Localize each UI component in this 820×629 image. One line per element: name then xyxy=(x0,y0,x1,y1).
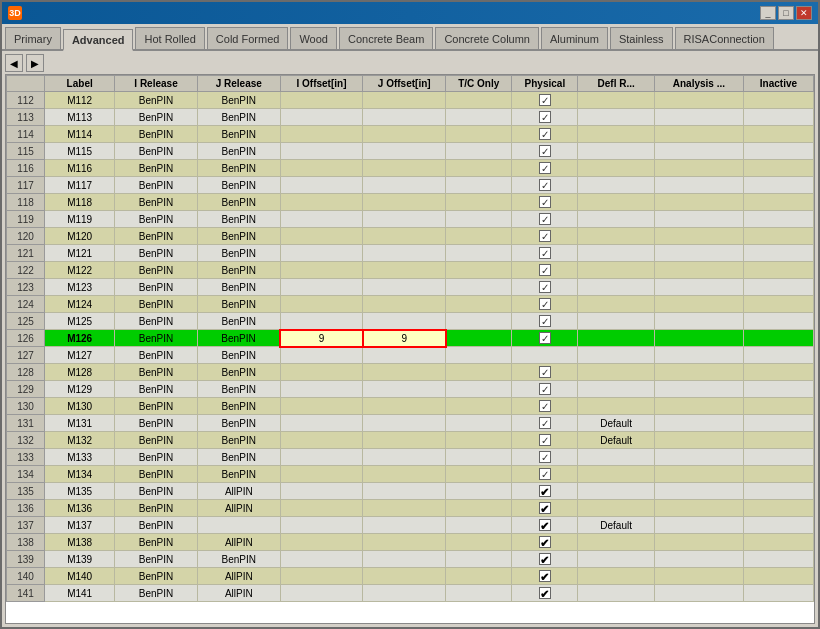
i-release[interactable]: BenPIN xyxy=(115,551,198,568)
tc-only[interactable] xyxy=(446,177,512,194)
j-offset[interactable] xyxy=(363,160,446,177)
analysis[interactable] xyxy=(654,449,743,466)
j-offset[interactable] xyxy=(363,245,446,262)
j-offset[interactable] xyxy=(363,415,446,432)
j-release[interactable]: BenPIN xyxy=(197,228,280,245)
i-offset[interactable] xyxy=(280,415,363,432)
tc-only[interactable] xyxy=(446,245,512,262)
defl-r[interactable] xyxy=(578,466,654,483)
analysis[interactable] xyxy=(654,364,743,381)
i-offset[interactable] xyxy=(280,245,363,262)
i-release[interactable]: BenPIN xyxy=(115,364,198,381)
member-label[interactable]: M134 xyxy=(45,466,115,483)
i-release[interactable]: BenPIN xyxy=(115,160,198,177)
defl-r[interactable] xyxy=(578,177,654,194)
tab-advanced[interactable]: Advanced xyxy=(63,29,134,51)
j-offset[interactable] xyxy=(363,466,446,483)
j-offset[interactable] xyxy=(363,262,446,279)
table-row[interactable]: 140M140BenPINAllPIN xyxy=(7,568,814,585)
table-row[interactable]: 130M130BenPINBenPIN xyxy=(7,398,814,415)
table-row[interactable]: 113M113BenPINBenPIN xyxy=(7,109,814,126)
j-release[interactable]: AllPIN xyxy=(197,534,280,551)
physical[interactable] xyxy=(512,177,578,194)
physical[interactable] xyxy=(512,279,578,296)
defl-r[interactable] xyxy=(578,143,654,160)
nav-next-button[interactable]: ▶ xyxy=(26,54,44,72)
j-release[interactable]: AllPIN xyxy=(197,500,280,517)
member-label[interactable]: M132 xyxy=(45,432,115,449)
tc-only[interactable] xyxy=(446,483,512,500)
i-offset[interactable] xyxy=(280,432,363,449)
analysis[interactable] xyxy=(654,551,743,568)
j-release[interactable]: BenPIN xyxy=(197,296,280,313)
i-offset[interactable] xyxy=(280,143,363,160)
inactive[interactable] xyxy=(743,517,813,534)
inactive[interactable] xyxy=(743,500,813,517)
table-row[interactable]: 115M115BenPINBenPIN xyxy=(7,143,814,160)
maximize-button[interactable]: □ xyxy=(778,6,794,20)
j-offset[interactable] xyxy=(363,126,446,143)
table-row[interactable]: 120M120BenPINBenPIN xyxy=(7,228,814,245)
analysis[interactable] xyxy=(654,415,743,432)
table-row[interactable]: 131M131BenPINBenPINDefault xyxy=(7,415,814,432)
tc-only[interactable] xyxy=(446,534,512,551)
tc-only[interactable] xyxy=(446,126,512,143)
tc-only[interactable] xyxy=(446,160,512,177)
i-offset[interactable] xyxy=(280,551,363,568)
i-release[interactable]: BenPIN xyxy=(115,296,198,313)
j-release[interactable]: BenPIN xyxy=(197,92,280,109)
j-release[interactable]: AllPIN xyxy=(197,568,280,585)
i-offset[interactable] xyxy=(280,381,363,398)
i-offset[interactable] xyxy=(280,296,363,313)
analysis[interactable] xyxy=(654,330,743,347)
tc-only[interactable] xyxy=(446,551,512,568)
tab-concretecol[interactable]: Concrete Column xyxy=(435,27,539,49)
table-row[interactable]: 132M132BenPINBenPINDefault xyxy=(7,432,814,449)
j-release[interactable]: BenPIN xyxy=(197,143,280,160)
i-offset[interactable] xyxy=(280,398,363,415)
physical[interactable] xyxy=(512,109,578,126)
nav-prev-button[interactable]: ◀ xyxy=(5,54,23,72)
member-label[interactable]: M125 xyxy=(45,313,115,330)
tc-only[interactable] xyxy=(446,279,512,296)
defl-r[interactable] xyxy=(578,211,654,228)
defl-r[interactable] xyxy=(578,381,654,398)
defl-r[interactable] xyxy=(578,245,654,262)
member-label[interactable]: M137 xyxy=(45,517,115,534)
physical[interactable] xyxy=(512,517,578,534)
j-offset[interactable] xyxy=(363,551,446,568)
member-label[interactable]: M119 xyxy=(45,211,115,228)
inactive[interactable] xyxy=(743,143,813,160)
defl-r[interactable] xyxy=(578,500,654,517)
inactive[interactable] xyxy=(743,126,813,143)
i-offset[interactable] xyxy=(280,449,363,466)
member-label[interactable]: M138 xyxy=(45,534,115,551)
table-row[interactable]: 136M136BenPINAllPIN xyxy=(7,500,814,517)
tc-only[interactable] xyxy=(446,92,512,109)
analysis[interactable] xyxy=(654,279,743,296)
table-row[interactable]: 122M122BenPINBenPIN xyxy=(7,262,814,279)
analysis[interactable] xyxy=(654,568,743,585)
i-release[interactable]: BenPIN xyxy=(115,466,198,483)
analysis[interactable] xyxy=(654,534,743,551)
analysis[interactable] xyxy=(654,585,743,602)
analysis[interactable] xyxy=(654,483,743,500)
close-button[interactable]: ✕ xyxy=(796,6,812,20)
i-release[interactable]: BenPIN xyxy=(115,279,198,296)
j-offset[interactable] xyxy=(363,517,446,534)
j-release[interactable]: BenPIN xyxy=(197,398,280,415)
i-offset[interactable] xyxy=(280,160,363,177)
i-release[interactable]: BenPIN xyxy=(115,517,198,534)
member-label[interactable]: M140 xyxy=(45,568,115,585)
tc-only[interactable] xyxy=(446,228,512,245)
j-offset[interactable] xyxy=(363,92,446,109)
member-label[interactable]: M117 xyxy=(45,177,115,194)
j-offset[interactable]: 9 xyxy=(363,330,446,347)
inactive[interactable] xyxy=(743,398,813,415)
i-release[interactable]: BenPIN xyxy=(115,313,198,330)
analysis[interactable] xyxy=(654,381,743,398)
i-offset[interactable] xyxy=(280,126,363,143)
inactive[interactable] xyxy=(743,483,813,500)
tc-only[interactable] xyxy=(446,415,512,432)
j-offset[interactable] xyxy=(363,432,446,449)
